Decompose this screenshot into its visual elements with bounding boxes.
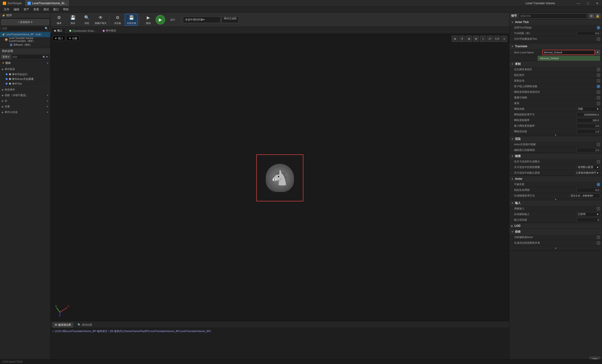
baking-expand[interactable]: ▼ [509, 246, 602, 250]
bp-search-bar[interactable]: 🔍 👁 [11, 54, 49, 60]
menu-file[interactable]: 文件 [2, 7, 11, 12]
replicate-checkbox[interactable] [597, 102, 600, 105]
tab-sun-temple[interactable]: SunTemple [0, 0, 25, 6]
always-relevant-checkbox[interactable] [597, 73, 600, 77]
baking-header[interactable]: ▼ 烘焙 [509, 229, 602, 235]
find-results-tab[interactable]: 🔍 查找结果 [75, 322, 95, 328]
new-level-dropdown-btn[interactable]: ▼ [595, 50, 600, 55]
net-dormancy-dropdown[interactable]: 另眠 ▼ [577, 107, 600, 111]
device-btn[interactable]: ⚙ 关设备 [111, 14, 124, 26]
event-dispatchers-header[interactable]: ▶ 事件分发器 + [0, 109, 50, 115]
net-priority-input[interactable] [577, 129, 600, 134]
compiler-results-tab[interactable]: ⚙ 编译器结果 [53, 322, 73, 328]
spatially-loaded-checkbox[interactable] [597, 236, 600, 239]
hide-unrelated-btn[interactable]: 👁 隐藏不相关 [94, 14, 107, 26]
menu-asset[interactable]: 资产 [22, 7, 31, 12]
filter-btn[interactable]: 调试过滤器 [222, 16, 239, 23]
tab-event-graph[interactable]: 事件图表 [99, 28, 120, 34]
menu-view[interactable]: 查看 [32, 7, 41, 12]
new-level-input[interactable] [542, 50, 595, 55]
sprite-scale-input[interactable] [577, 148, 600, 153]
maximize-btn[interactable]: □ [583, 0, 593, 6]
replay-checkbox[interactable] [597, 96, 600, 99]
scale-input[interactable]: 0.25 [494, 36, 500, 42]
menu-window[interactable]: 窗口 [51, 7, 61, 12]
menu-edit[interactable]: 编辑 [12, 7, 21, 12]
perspective-btn[interactable]: ▼ 视口 [53, 36, 65, 41]
graph-header[interactable]: ▼ 图表 + [0, 60, 50, 66]
event-begin-play[interactable]: ◆ 事件开始运行 [0, 72, 50, 77]
variables-header[interactable]: ▶ 变量 + [0, 104, 50, 109]
menu-debug[interactable]: 调试 [41, 7, 51, 12]
net-cull-input[interactable] [577, 112, 600, 117]
tree-item-self[interactable]: ⚡ LevelTranslateVolume_BP（自身） [0, 32, 50, 37]
replication-expand[interactable]: ▼ [509, 135, 602, 136]
browse-btn[interactable]: 🔍 浏览 [80, 14, 93, 26]
spawn-collision-dropdown[interactable]: 固定生成，忽略碰撞▾ [570, 193, 600, 198]
bp-eye-icon[interactable]: 👁 [46, 56, 48, 58]
block-input-checkbox[interactable] [597, 207, 600, 210]
run-btn[interactable]: 运行 [166, 14, 179, 26]
panel-grid-icon[interactable]: ⊞ [589, 13, 594, 19]
event-tick[interactable]: ◆ 事件Tick [0, 81, 50, 86]
menu-help[interactable]: 帮助 [61, 7, 71, 12]
auto-receive-dropdown[interactable]: 已禁用 ▼ [577, 212, 600, 217]
tab-level-translate[interactable]: LevelTranslateVolume_BI... [25, 0, 70, 6]
update-overlaps-dropdown[interactable]: 使用默认配置 ▼ [577, 165, 600, 170]
close-btn[interactable]: ✕ [593, 0, 602, 6]
tree-item-billboard[interactable]: 🖼 Billboard（继承） [0, 42, 50, 47]
grid-toggle[interactable]: 1 [480, 36, 486, 42]
actor-expand[interactable]: ▼ [509, 198, 602, 200]
store-btn[interactable]: 💾 关联存储 [125, 14, 138, 26]
gen-optimized-checkbox[interactable] [597, 241, 600, 245]
add-macro-btn[interactable]: + [47, 99, 48, 103]
rotate-btn[interactable]: ↺ [459, 36, 465, 42]
actor-section-header[interactable]: ▼ Actor [509, 176, 602, 182]
replication-header[interactable]: ▼ 复制 [509, 61, 602, 67]
input-priority-input[interactable] [577, 218, 600, 222]
debug-dropdown[interactable]: 未选中调试对象▾ [183, 16, 221, 23]
new-btn[interactable]: 新增 ▾ [1, 54, 11, 59]
generate-overlap-checkbox[interactable] [597, 160, 600, 163]
replicate-movement-checkbox[interactable] [597, 79, 600, 83]
net-update-rate-input[interactable] [577, 118, 600, 123]
transform-btn[interactable]: ⊕ [452, 36, 458, 42]
tab-viewport[interactable]: 视口 [51, 28, 66, 34]
can-be-damaged-checkbox[interactable]: ✓ [597, 183, 600, 186]
components-search-bar[interactable]: 🔍 [1, 26, 49, 31]
owner-relevant-checkbox[interactable] [597, 68, 600, 71]
event-actor-begin-overlap[interactable]: ◆ 事件Actor开始重叠 [0, 77, 50, 81]
add-graph-btn[interactable]: + [47, 61, 48, 65]
functions-count-header[interactable]: ▶ 函数（18项可覆盖） + [0, 92, 50, 98]
panel-lock-icon[interactable]: 🔒 [595, 13, 600, 19]
collision-header[interactable]: ▼ 碰撞 [509, 153, 602, 159]
add-component-button[interactable]: + 添加组件 ▾ [1, 19, 49, 25]
min-net-update-input[interactable] [577, 124, 600, 128]
scale-btn[interactable]: ⊞ [466, 36, 472, 42]
bp-search-input[interactable] [12, 56, 43, 58]
macros-header[interactable]: ▶ 构造脚本 [0, 87, 50, 92]
tick-interval-input[interactable] [577, 31, 600, 36]
net-load-client-checkbox[interactable]: ✓ [597, 85, 600, 88]
enable-tick-checkbox[interactable]: ✓ [597, 26, 600, 29]
macros-2-header[interactable]: ▶ 宏 + [0, 98, 50, 104]
add-dispatcher-btn[interactable]: + [47, 110, 48, 114]
hidden-in-game-checkbox[interactable] [597, 143, 600, 146]
save-btn[interactable]: 💾 保存 [66, 14, 79, 26]
rendering-header[interactable]: ▼ 渲染 [509, 136, 602, 142]
tree-item-level-translate[interactable]: 📦 Level Translate Volume (LevelTranslate… [0, 37, 50, 42]
translate-header[interactable]: ▼ Translate [509, 43, 602, 49]
actor-tick-header[interactable]: ▼ Actor Tick [509, 19, 602, 25]
world-btn[interactable]: W [473, 36, 479, 42]
input-header[interactable]: ▼ 输入 [509, 200, 602, 206]
default-update-dropdown[interactable]: 父更新积极的细节 ▼ [574, 171, 600, 175]
play-btn[interactable]: ▶ [156, 15, 165, 24]
angle-input[interactable]: 10° [487, 36, 493, 42]
dropdown-item-minimal[interactable]: Minimal_Default [538, 56, 600, 61]
add-function-btn[interactable]: + [47, 93, 48, 97]
details-search[interactable] [519, 13, 587, 19]
initial-lifespan-input[interactable] [577, 188, 600, 192]
view-mode-btn[interactable]: ≡ [501, 36, 507, 42]
allow-tick-checkbox[interactable] [597, 37, 600, 41]
minimize-btn[interactable]: — [574, 0, 583, 6]
